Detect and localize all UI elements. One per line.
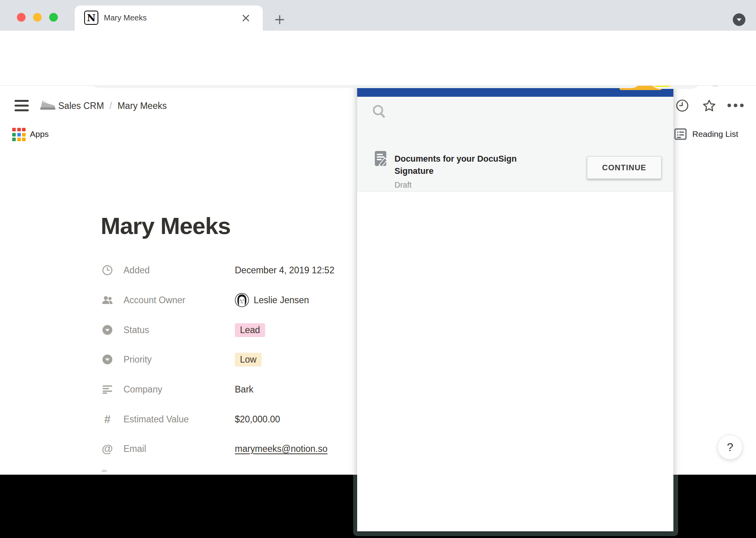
property-row-email[interactable]: @ Email marymeeks@notion.so [101, 440, 360, 457]
bookmarks-bar: Apps Reading List [0, 61, 756, 86]
select-chevron-icon [101, 354, 114, 365]
breadcrumb-current[interactable]: Mary Meeks [118, 101, 167, 111]
browser-toolbar: notion.so/camacme/Mary-Meeks-2219a2de94f… [0, 31, 756, 61]
owner-avatar [235, 293, 249, 307]
clipped-property-icon [101, 470, 107, 472]
priority-tag[interactable]: Low [235, 353, 262, 367]
window-close-button[interactable] [17, 13, 26, 22]
page-title[interactable]: Mary Meeks [101, 212, 230, 240]
apps-shortcut[interactable]: Apps [30, 129, 49, 139]
sneaker-page-icon[interactable] [39, 97, 57, 113]
reading-list-icon[interactable] [673, 127, 688, 141]
property-row-added[interactable]: Added December 4, 2019 12:52 [101, 262, 360, 279]
help-button[interactable]: ? [717, 435, 743, 460]
window-zoom-button[interactable] [49, 13, 58, 22]
browser-tab[interactable]: N Mary Meeks [75, 6, 263, 31]
page-favorite-star-icon[interactable] [702, 98, 717, 113]
select-chevron-icon [101, 324, 114, 335]
property-row-account-owner[interactable]: Account Owner Leslie Jensen [101, 291, 360, 309]
person-icon [101, 295, 114, 306]
continue-button[interactable]: CONTINUE [587, 156, 662, 179]
docusign-panel: ALL DOCUMENTS NEW Documents for you [357, 59, 673, 531]
property-row-status[interactable]: Status Lead [101, 321, 360, 339]
tab-title: Mary Meeks [104, 13, 147, 22]
number-hash-icon: # [101, 413, 114, 426]
apps-grid-icon[interactable] [12, 128, 26, 141]
breadcrumb-parent[interactable]: Sales CRM [58, 101, 104, 111]
text-align-icon [101, 385, 114, 394]
clock-icon [101, 265, 114, 276]
property-value-company[interactable]: Bark [235, 384, 253, 395]
property-row-estimated-value[interactable]: # Estimated Value $20,000.00 [101, 411, 360, 428]
reading-list-label[interactable]: Reading List [692, 129, 738, 139]
tab-close-icon[interactable] [242, 14, 250, 22]
property-value-added[interactable]: December 4, 2019 12:52 [235, 265, 334, 276]
email-link[interactable]: marymeeks@notion.so [235, 444, 328, 454]
property-row-priority[interactable]: Priority Low [101, 351, 360, 368]
property-row-company[interactable]: Company Bark [101, 381, 360, 398]
status-tag[interactable]: Lead [235, 323, 265, 337]
document-pencil-icon [374, 151, 389, 168]
page-more-ellipsis-icon[interactable] [726, 103, 745, 108]
search-icon[interactable] [372, 105, 386, 120]
docusign-list-section: Documents for your DocuSign Signature Dr… [357, 97, 673, 192]
tab-search-chevron-icon[interactable] [733, 13, 745, 26]
notion-favicon: N [84, 11, 98, 25]
document-status: Draft [395, 181, 411, 190]
breadcrumb: Sales CRM/Mary Meeks [58, 101, 167, 111]
page-history-clock-icon[interactable] [676, 99, 689, 112]
property-value-estimate[interactable]: $20,000.00 [235, 414, 280, 425]
at-sign-icon: @ [101, 442, 114, 455]
window-minimize-button[interactable] [33, 13, 42, 22]
tab-strip: N Mary Meeks [0, 0, 756, 31]
new-tab-button[interactable] [274, 14, 285, 25]
sidebar-toggle-icon[interactable] [15, 100, 29, 114]
property-value-owner[interactable]: Leslie Jensen [235, 293, 309, 307]
document-title[interactable]: Documents for your DocuSign Signature [395, 153, 524, 177]
document-row[interactable]: Documents for your DocuSign Signature Dr… [357, 134, 673, 192]
